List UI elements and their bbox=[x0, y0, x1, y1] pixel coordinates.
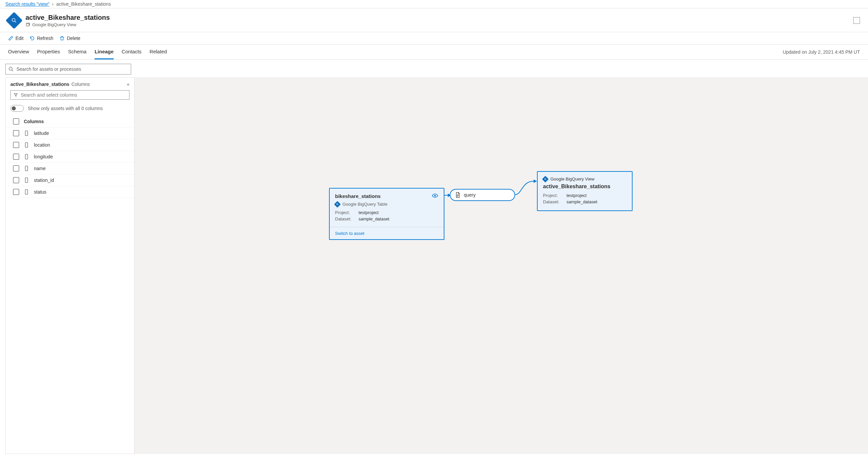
eye-icon[interactable] bbox=[432, 193, 438, 199]
tabs-row: Overview Properties Schema Lineage Conta… bbox=[0, 44, 868, 60]
collapse-icon[interactable]: « bbox=[127, 82, 129, 87]
lineage-source-node[interactable]: bikeshare_stations Google BigQuery Table… bbox=[329, 188, 444, 240]
breadcrumb-current: active_Bikeshare_stations bbox=[56, 1, 111, 7]
page-title: active_Bikeshare_stations bbox=[26, 14, 848, 22]
panel-title: active_Bikeshare_stations bbox=[10, 82, 69, 87]
document-icon bbox=[455, 192, 461, 198]
svg-point-15 bbox=[336, 203, 338, 205]
tab-properties[interactable]: Properties bbox=[37, 44, 60, 59]
column-search-input[interactable] bbox=[21, 92, 126, 98]
svg-rect-10 bbox=[25, 190, 28, 194]
column-name: location bbox=[34, 142, 50, 148]
column-icon bbox=[24, 130, 29, 136]
bigquery-view-icon bbox=[542, 176, 549, 183]
svg-line-1 bbox=[15, 21, 16, 23]
node-type: Google BigQuery Table bbox=[342, 202, 388, 207]
column-checkbox[interactable] bbox=[13, 130, 19, 136]
svg-point-14 bbox=[434, 195, 435, 196]
column-row[interactable]: name bbox=[6, 163, 134, 175]
lineage-canvas[interactable]: bikeshare_stations Google BigQuery Table… bbox=[134, 77, 868, 454]
column-name: status bbox=[34, 189, 46, 194]
refresh-icon bbox=[30, 36, 35, 41]
asset-search-input[interactable] bbox=[17, 66, 128, 72]
svg-line-4 bbox=[12, 70, 13, 71]
updated-timestamp: Updated on July 2, 2021 4:45 PM UT bbox=[783, 49, 860, 55]
column-checkbox[interactable] bbox=[13, 165, 19, 172]
node-title: bikeshare_stations bbox=[335, 193, 381, 199]
column-checkbox[interactable] bbox=[13, 189, 19, 195]
search-icon bbox=[8, 66, 14, 72]
tab-overview[interactable]: Overview bbox=[8, 44, 29, 59]
svg-point-0 bbox=[12, 19, 15, 22]
dataset-label: Dataset: bbox=[543, 199, 563, 204]
column-icon bbox=[24, 154, 29, 159]
column-icon bbox=[24, 166, 29, 171]
stack-icon bbox=[26, 23, 30, 27]
column-list: Columns latitude location longitude name bbox=[6, 116, 134, 454]
column-checkbox[interactable] bbox=[13, 154, 19, 160]
asset-search[interactable] bbox=[5, 64, 131, 74]
project-value: testproject bbox=[359, 210, 379, 215]
column-row[interactable]: status bbox=[6, 186, 134, 198]
columns-panel: active_Bikeshare_stations Columns « Show… bbox=[5, 77, 134, 454]
connector-curve-icon bbox=[515, 175, 539, 198]
node-title: active_Bikeshare_stations bbox=[543, 184, 626, 190]
toggle-label: Show only assets with all 0 columns bbox=[28, 106, 103, 111]
bigquery-table-icon bbox=[334, 201, 341, 208]
chevron-right-icon: › bbox=[52, 1, 54, 7]
svg-rect-8 bbox=[25, 166, 28, 171]
query-label: query bbox=[464, 192, 475, 197]
svg-rect-2 bbox=[26, 24, 29, 26]
svg-point-3 bbox=[9, 67, 12, 70]
column-name: latitude bbox=[34, 130, 49, 136]
columns-header-row: Columns bbox=[6, 116, 134, 127]
svg-rect-7 bbox=[25, 154, 28, 159]
column-icon bbox=[24, 178, 29, 183]
column-row[interactable]: longitude bbox=[6, 151, 134, 163]
switch-to-asset-link[interactable]: Switch to asset bbox=[335, 231, 364, 236]
trash-icon bbox=[59, 36, 65, 41]
svg-rect-6 bbox=[25, 143, 28, 147]
project-value: testproject bbox=[566, 193, 587, 198]
select-all-checkbox[interactable] bbox=[13, 118, 19, 124]
svg-marker-13 bbox=[534, 180, 537, 183]
column-name: name bbox=[34, 166, 45, 171]
column-search[interactable] bbox=[10, 90, 129, 100]
column-icon bbox=[24, 142, 29, 148]
column-checkbox[interactable] bbox=[13, 177, 19, 183]
node-type: Google BigQuery View bbox=[550, 177, 594, 182]
tab-contacts[interactable]: Contacts bbox=[122, 44, 142, 59]
column-row[interactable]: latitude bbox=[6, 127, 134, 139]
pencil-icon bbox=[8, 36, 13, 41]
dataset-value: sample_dataset bbox=[359, 216, 390, 221]
lineage-target-node[interactable]: Google BigQuery View active_Bikeshare_st… bbox=[537, 171, 632, 211]
column-icon bbox=[24, 189, 29, 194]
tab-lineage[interactable]: Lineage bbox=[95, 44, 114, 59]
column-name: station_id bbox=[34, 178, 54, 183]
dataset-label: Dataset: bbox=[335, 216, 355, 221]
dataset-value: sample_dataset bbox=[566, 199, 597, 204]
breadcrumb: Search results "view" › active_Bikeshare… bbox=[0, 0, 868, 8]
column-name: longitude bbox=[34, 154, 53, 159]
column-checkbox[interactable] bbox=[13, 142, 19, 148]
svg-point-20 bbox=[544, 178, 546, 180]
bigquery-view-icon bbox=[6, 12, 23, 29]
delete-button[interactable]: Delete bbox=[59, 36, 80, 41]
expand-icon[interactable] bbox=[853, 17, 860, 24]
tab-schema[interactable]: Schema bbox=[68, 44, 87, 59]
show-only-toggle[interactable] bbox=[10, 105, 24, 112]
lineage-query-node[interactable]: query bbox=[450, 189, 515, 201]
edit-button[interactable]: Edit bbox=[8, 36, 24, 41]
page-header: active_Bikeshare_stations Google BigQuer… bbox=[0, 8, 868, 32]
panel-subtitle: Columns bbox=[71, 82, 90, 87]
column-row[interactable]: location bbox=[6, 139, 134, 151]
refresh-button[interactable]: Refresh bbox=[30, 36, 53, 41]
tab-related[interactable]: Related bbox=[150, 44, 167, 59]
breadcrumb-link[interactable]: Search results "view" bbox=[5, 1, 49, 7]
project-label: Project: bbox=[543, 193, 563, 198]
toolbar: Edit Refresh Delete bbox=[0, 32, 868, 44]
page-subtitle: Google BigQuery View bbox=[32, 22, 76, 27]
column-row[interactable]: station_id bbox=[6, 175, 134, 186]
filter-icon bbox=[13, 93, 18, 97]
svg-rect-9 bbox=[25, 178, 28, 183]
